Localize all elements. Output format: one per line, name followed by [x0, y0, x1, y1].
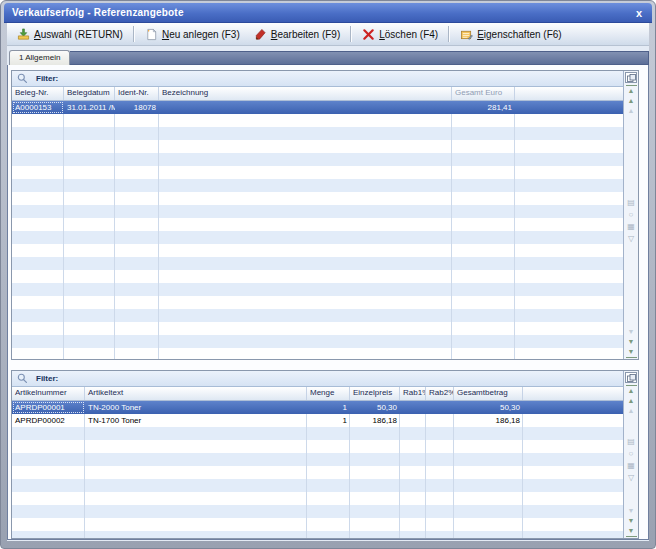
tab-bar: 1 Allgemein: [7, 50, 649, 65]
column-header-ident-nr[interactable]: Ident-Nr.: [115, 87, 159, 100]
go-previous-disabled-icon: ▲: [626, 106, 637, 116]
search-icon: [17, 73, 28, 84]
edit-icon: [254, 28, 267, 41]
window-title: Verkaufserfolg - Referenzangebote: [4, 7, 184, 18]
go-first-icon[interactable]: ▲: [626, 385, 637, 396]
search-icon: [17, 373, 28, 384]
go-first-icon[interactable]: ▲: [626, 85, 637, 96]
filter-icon[interactable]: ▽: [626, 473, 637, 485]
close-icon[interactable]: x: [626, 4, 652, 22]
column-header-artikelnummer[interactable]: Artikelnummer: [12, 387, 85, 400]
positions-filter-bar[interactable]: Filter:: [12, 371, 623, 387]
column-header-artikeltext[interactable]: Artikeltext: [85, 387, 307, 400]
toolbar-separator: [350, 26, 352, 42]
toolbar-separator: [448, 26, 450, 42]
offers-table-header: Beleg-Nr. Belegdatum Ident-Nr. Bezeichnu…: [12, 87, 623, 101]
new-document-icon: [145, 28, 158, 41]
eigenschaften-label: Eigenschaften (F6): [477, 29, 562, 40]
column-separator: [114, 101, 115, 359]
offers-filter-bar[interactable]: Filter:: [12, 71, 623, 87]
positions-table-body: APRDP00001 TN-2000 Toner 1 50,30 50,30 A…: [12, 401, 623, 538]
column-separator: [514, 101, 515, 359]
column-header-gesamt-euro[interactable]: Gesamt Euro: [452, 87, 515, 100]
grid-icon[interactable]: ▦: [626, 461, 637, 473]
neu-anlegen-button[interactable]: Neu anlegen (F3): [138, 25, 247, 44]
go-next-disabled-icon: ▼: [626, 506, 637, 516]
cell-einzelpreis: 50,30: [350, 401, 400, 414]
offers-table: Filter: Beleg-Nr. Belegdatum Ident-Nr. B…: [11, 70, 639, 360]
column-header-einzelpreis[interactable]: Einzelpreis: [350, 387, 400, 400]
window-body: Auswahl (RETURN) Neu anlegen (F3) Bearbe…: [7, 23, 649, 541]
auswahl-label: Auswahl (RETURN): [34, 29, 123, 40]
column-header-filler: [515, 87, 623, 100]
cell-artikelnummer: APRDP00002: [12, 414, 85, 427]
cell-rab2: [426, 414, 454, 427]
cell-rab2: [426, 401, 454, 414]
properties-icon: [460, 28, 473, 41]
column-header-filler: [523, 387, 623, 400]
auswahl-button[interactable]: Auswahl (RETURN): [10, 25, 130, 44]
bearbeiten-button[interactable]: Bearbeiten (F9): [247, 25, 347, 44]
go-next-disabled-icon: ▼: [626, 327, 637, 337]
column-separator: [451, 101, 452, 359]
row-count-icon[interactable]: ▤: [626, 437, 637, 449]
grid-icon[interactable]: ▦: [626, 222, 637, 234]
column-header-bezeichnung[interactable]: Bezeichnung: [159, 87, 452, 100]
column-header-belegdatum[interactable]: Belegdatum: [64, 87, 115, 100]
column-header-gesamtbetrag[interactable]: Gesamtbetrag: [454, 387, 523, 400]
cell-artikeltext: TN-2000 Toner: [85, 401, 307, 414]
positions-table-row[interactable]: APRDP00002 TN-1700 Toner 1 186,18 186,18: [12, 414, 623, 427]
go-previous-icon[interactable]: ▲: [626, 396, 637, 406]
offers-table-nav-strip: ▲ ▲ ▲ ▤ ○ ▦ ▽ ▼ ▼ ▼: [623, 71, 638, 359]
filter-label: Filter:: [36, 74, 58, 83]
cell-artikelnummer: APRDP00001: [12, 401, 85, 414]
go-next-icon[interactable]: ▼: [626, 516, 637, 526]
column-header-rab2[interactable]: Rab2%: [426, 387, 454, 400]
toolbar: Auswahl (RETURN) Neu anlegen (F3) Bearbe…: [7, 23, 649, 46]
column-header-beleg-nr[interactable]: Beleg-Nr.: [12, 87, 64, 100]
go-previous-disabled-icon: ▲: [626, 406, 637, 416]
column-chooser-icon[interactable]: [625, 72, 637, 83]
cell-menge: 1: [307, 401, 350, 414]
cell-beleg-nr: A0000153: [12, 101, 64, 114]
tab-content-panel: Filter: Beleg-Nr. Belegdatum Ident-Nr. B…: [7, 65, 649, 540]
go-last-icon[interactable]: ▼: [626, 347, 637, 358]
positions-table-header: Artikelnummer Artikeltext Menge Einzelpr…: [12, 387, 623, 401]
titlebar[interactable]: Verkaufserfolg - Referenzangebote x: [4, 3, 652, 23]
tab-allgemein[interactable]: 1 Allgemein: [9, 50, 70, 65]
offers-table-row-selected[interactable]: A0000153 31.01.2011 /Mo 18078 281,41: [12, 101, 623, 114]
search-icon[interactable]: ○: [626, 210, 637, 222]
tab-label: 1 Allgemein: [19, 53, 60, 62]
cell-rab1: [400, 414, 426, 427]
cell-einzelpreis: 186,18: [350, 414, 400, 427]
positions-table-row-selected[interactable]: APRDP00001 TN-2000 Toner 1 50,30 50,30: [12, 401, 623, 414]
bearbeiten-label: Bearbeiten (F9): [271, 29, 340, 40]
go-last-icon[interactable]: ▼: [626, 526, 637, 537]
delete-icon: [362, 28, 375, 41]
toolbar-separator: [133, 26, 135, 42]
select-icon: [17, 28, 30, 41]
filter-icon[interactable]: ▽: [626, 234, 637, 246]
filter-label: Filter:: [36, 374, 58, 383]
row-count-icon[interactable]: ▤: [626, 198, 637, 210]
column-header-menge[interactable]: Menge: [307, 387, 350, 400]
go-previous-icon[interactable]: ▲: [626, 96, 637, 106]
column-header-rab1[interactable]: Rab1%: [400, 387, 426, 400]
positions-table-nav-strip: ▲ ▲ ▲ ▤ ○ ▦ ▽ ▼ ▼ ▼: [623, 371, 638, 538]
cell-gesamtbetrag: 186,18: [454, 414, 523, 427]
loeschen-button[interactable]: Löschen (F4): [355, 25, 445, 44]
cell-rab1: [400, 401, 426, 414]
cell-belegdatum: 31.01.2011 /Mo: [64, 101, 115, 114]
column-separator: [63, 101, 64, 359]
loeschen-label: Löschen (F4): [379, 29, 438, 40]
column-separator: [158, 101, 159, 359]
cell-gesamtbetrag: 50,30: [454, 401, 523, 414]
column-chooser-icon[interactable]: [625, 372, 637, 383]
eigenschaften-button[interactable]: Eigenschaften (F6): [453, 25, 569, 44]
go-next-icon[interactable]: ▼: [626, 337, 637, 347]
search-icon[interactable]: ○: [626, 449, 637, 461]
cell-menge: 1: [307, 414, 350, 427]
cell-gesamt-euro: 281,41: [452, 101, 515, 114]
cell-ident-nr: 18078: [115, 101, 159, 114]
neu-anlegen-label: Neu anlegen (F3): [162, 29, 240, 40]
